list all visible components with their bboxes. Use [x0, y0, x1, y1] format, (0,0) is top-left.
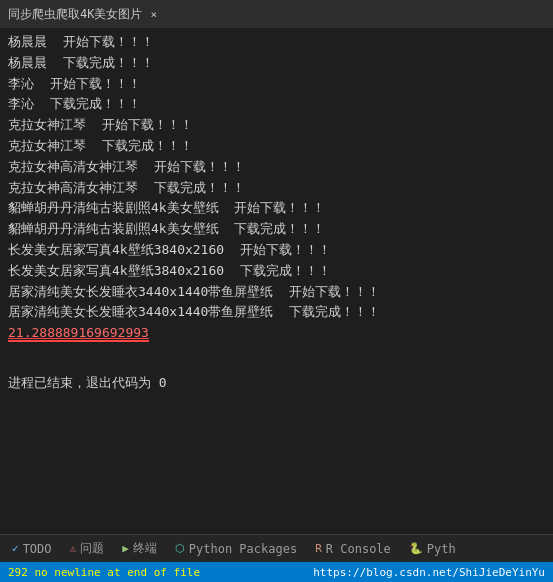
console-line: 貂蝉胡丹丹清纯古装剧照4k美女壁纸 开始下载！！！	[8, 198, 545, 219]
terminal-icon: ▶	[122, 542, 129, 555]
status-left: 292 no newline at end of file	[8, 566, 200, 579]
tab-terminal[interactable]: ▶终端	[114, 537, 165, 561]
console-line: 克拉女神高清女神江琴 开始下载！！！	[8, 157, 545, 178]
console-line: 杨晨晨 开始下载！！！	[8, 32, 545, 53]
pyth-label: Pyth	[427, 542, 456, 556]
tab-python-packages[interactable]: ⬡Python Packages	[167, 537, 305, 561]
close-button[interactable]: ×	[150, 8, 157, 21]
console-line: 克拉女神高清女神江琴 下载完成！！！	[8, 178, 545, 199]
title-bar: 同步爬虫爬取4K美女图片 ×	[0, 0, 553, 28]
empty-line	[8, 344, 545, 365]
status-bar: 292 no newline at end of file https://bl…	[0, 562, 553, 582]
terminal-label: 终端	[133, 540, 157, 557]
console-line: 貂蝉胡丹丹清纯古装剧照4k美女壁纸 下载完成！！！	[8, 219, 545, 240]
tab-problems[interactable]: ⚠问题	[62, 537, 113, 561]
console-line: 杨晨晨 下载完成！！！	[8, 53, 545, 74]
pyth-icon: 🐍	[409, 542, 423, 555]
console-line: 居家清纯美女长发睡衣3440x1440带鱼屏壁纸 下载完成！！！	[8, 302, 545, 323]
bottom-bar: ✓TODO⚠问题▶终端⬡Python PackagesRR Console🐍Py…	[0, 534, 553, 582]
console-line: 李沁 开始下载！！！	[8, 74, 545, 95]
console-line: 李沁 下载完成！！！	[8, 94, 545, 115]
status-right: https://blog.csdn.net/ShiJieDeYinYu	[313, 566, 545, 579]
console-line: 克拉女神江琴 下载完成！！！	[8, 136, 545, 157]
console-line: 克拉女神江琴 开始下载！！！	[8, 115, 545, 136]
title-text: 同步爬虫爬取4K美女图片	[8, 6, 142, 23]
highlight-number: 21.288889169692993	[8, 325, 149, 342]
exit-line: 进程已结束，退出代码为 0	[8, 373, 545, 394]
console-output: 杨晨晨 开始下载！！！杨晨晨 下载完成！！！李沁 开始下载！！！李沁 下载完成！…	[0, 28, 553, 534]
r-console-icon: R	[315, 542, 322, 555]
bottom-tabs: ✓TODO⚠问题▶终端⬡Python PackagesRR Console🐍Py…	[0, 535, 553, 562]
problems-icon: ⚠	[70, 542, 77, 555]
console-line: 居家清纯美女长发睡衣3440x1440带鱼屏壁纸 开始下载！！！	[8, 282, 545, 303]
tab-r-console[interactable]: RR Console	[307, 537, 399, 561]
python-packages-icon: ⬡	[175, 542, 185, 555]
console-line: 长发美女居家写真4k壁纸3840x2160 开始下载！！！	[8, 240, 545, 261]
tab-pyth[interactable]: 🐍Pyth	[401, 537, 464, 561]
r-console-label: R Console	[326, 542, 391, 556]
todo-label: TODO	[23, 542, 52, 556]
todo-icon: ✓	[12, 542, 19, 555]
problems-label: 问题	[80, 540, 104, 557]
highlight-number-line: 21.288889169692993	[8, 323, 545, 344]
console-line: 长发美女居家写真4k壁纸3840x2160 下载完成！！！	[8, 261, 545, 282]
python-packages-label: Python Packages	[189, 542, 297, 556]
tab-todo[interactable]: ✓TODO	[4, 537, 60, 561]
